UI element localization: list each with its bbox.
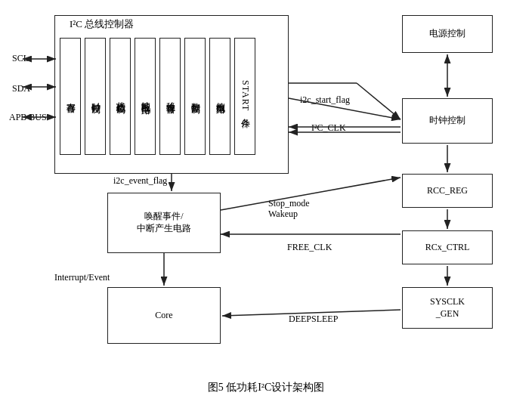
diagram: I²C 总线控制器 寄存器 时钟控制 状态机控制 地址匹配电路 移位寄存器 数据… (9, 8, 523, 400)
free-clk-label: FREE_CLK (287, 242, 332, 253)
i2c-start-flag-label: i2c_start_flag (300, 94, 350, 106)
svg-line-10 (221, 178, 401, 210)
block-clock-ctrl: 时钟控制 (85, 38, 106, 155)
sysclk-gen-label: SYSCLK _GEN (430, 296, 465, 320)
block-data-ctrl: 数据控制 (184, 38, 206, 155)
clock-control-box: 时钟控制 (402, 98, 493, 144)
apb-label: APB BUS (9, 112, 47, 123)
wakeup-box: 唤醒事件/ 中断产生电路 (107, 193, 221, 253)
wakeup-label: 唤醒事件/ 中断产生电路 (137, 211, 191, 234)
block-start-cond: START条件 (234, 38, 255, 155)
i2c-event-flag-label: i2c_event_flag (113, 175, 167, 187)
svg-line-19 (357, 83, 401, 119)
i2c-clk-label: I²C_CLK (311, 122, 346, 134)
rcc-reg-label: RCC_REG (427, 185, 468, 197)
core-label: Core (155, 310, 172, 322)
clock-control-label: 时钟控制 (429, 115, 466, 127)
core-box: Core (107, 287, 221, 344)
block-register: 寄存器 (60, 38, 81, 155)
rcc-reg-box: RCC_REG (402, 174, 493, 208)
scl-label: SCL (12, 53, 29, 64)
power-box: 电源控制 (402, 15, 493, 53)
sda-label: SDA (12, 83, 30, 94)
block-addr-match: 地址匹配电路 (135, 38, 156, 155)
block-shift-reg: 移位寄存器 (159, 38, 181, 155)
block-state-machine: 状态机控制 (110, 38, 131, 155)
deepsleep-label: DEEPSLEEP (289, 314, 338, 325)
rcx-ctrl-label: RCx_CTRL (425, 242, 470, 254)
block-detect-circuit: 检测电路 (209, 38, 230, 155)
figure-caption: 图5 低功耗I²C设计架构图 (208, 381, 325, 394)
sysclk-gen-box: SYSCLK _GEN (402, 287, 493, 329)
interrupt-event-label: Interrupt/Event (54, 272, 110, 283)
stop-mode-label: Stop_mode Wakeup (268, 198, 310, 220)
rcx-ctrl-box: RCx_CTRL (402, 230, 493, 264)
power-label: 电源控制 (429, 28, 466, 40)
i2c-controller-title: I²C 总线控制器 (70, 17, 134, 31)
